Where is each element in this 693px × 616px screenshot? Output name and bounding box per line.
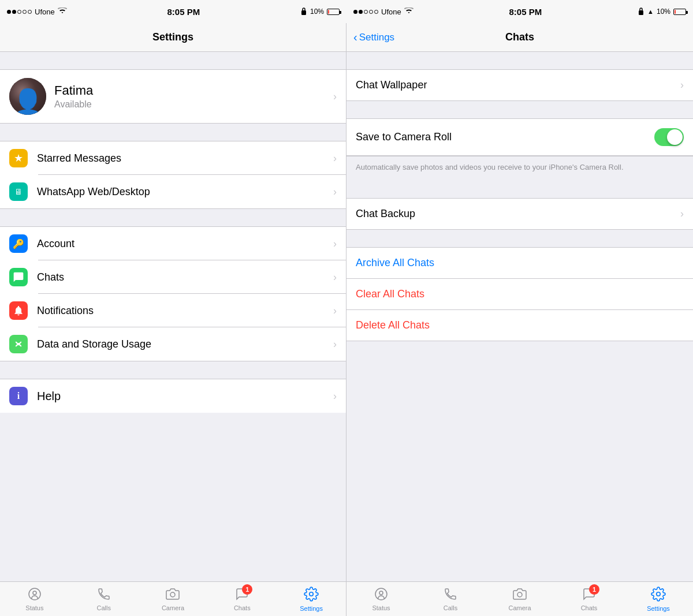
notifications-item[interactable]: Notifications ›	[0, 294, 346, 327]
svg-point-9	[657, 592, 661, 596]
status-label-right: Status	[372, 604, 390, 611]
battery-icon-right	[673, 9, 686, 15]
tab-chats-left[interactable]: 1 Chats	[207, 582, 277, 616]
signal-dots-right	[353, 10, 378, 14]
tab-camera-right[interactable]: Camera	[485, 582, 554, 616]
chats-badge-left: 1	[242, 584, 252, 595]
nav-right: ‹ Settings Chats	[346, 23, 693, 51]
web-icon: 🖥	[9, 182, 28, 201]
data-storage-chevron-icon: ›	[333, 338, 337, 350]
main-content: Fatima Available › ★ Starred Messages › …	[0, 52, 693, 581]
tab-calls-right[interactable]: Calls	[416, 582, 485, 616]
battery-group-right: ▲ 10%	[638, 7, 686, 17]
chats-badge-right: 1	[589, 584, 599, 595]
battery-group-left: 10%	[300, 7, 340, 17]
save-camera-roll-toggle[interactable]	[654, 128, 684, 146]
nav-left: Settings	[0, 23, 346, 51]
help-icon: i	[9, 387, 28, 405]
chat-wallpaper-group: Chat Wallpaper ›	[346, 69, 693, 101]
time-left: 8:05 PM	[167, 7, 200, 17]
time-right: 8:05 PM	[509, 7, 542, 17]
chats-label: Chats	[37, 271, 333, 283]
settings-tab-label-left: Settings	[300, 605, 323, 612]
signal-dots-left	[7, 10, 32, 14]
starred-chevron-icon: ›	[333, 152, 337, 165]
battery-icon-left	[327, 9, 340, 15]
battery-fill-right	[675, 10, 676, 14]
lock-icon-left	[300, 7, 307, 17]
chats-tab-label-left: Chats	[234, 604, 251, 611]
right-spacer-3	[346, 230, 693, 247]
help-item[interactable]: i Help ›	[0, 379, 346, 413]
account-item[interactable]: 🔑 Account ›	[0, 227, 346, 260]
back-label: Settings	[359, 32, 394, 43]
delete-all-chats-item[interactable]: Delete All Chats	[346, 309, 693, 341]
main-menu-group: 🔑 Account › Chats › Notifications ›	[0, 226, 346, 361]
settings-panel: Fatima Available › ★ Starred Messages › …	[0, 52, 346, 581]
chat-wallpaper-item[interactable]: Chat Wallpaper ›	[346, 70, 693, 100]
wifi-icon-left	[58, 8, 67, 16]
chat-backup-item[interactable]: Chat Backup ›	[346, 199, 693, 229]
tab-status-left[interactable]: Status	[0, 582, 69, 616]
chats-item[interactable]: Chats ›	[0, 260, 346, 294]
tab-chats-right[interactable]: 1 Chats	[554, 582, 624, 616]
notifications-icon	[9, 301, 28, 320]
tab-camera-left[interactable]: Camera	[139, 582, 208, 616]
settings-tab-label-right: Settings	[647, 605, 670, 612]
back-button[interactable]: ‹ Settings	[353, 32, 394, 43]
save-camera-roll-item[interactable]: Save to Camera Roll	[346, 119, 693, 156]
chat-backup-label: Chat Backup	[356, 208, 680, 220]
data-storage-item[interactable]: Data and Storage Usage ›	[0, 327, 346, 361]
tab-bar: Status Calls Camera 1 Chats Settings	[0, 581, 693, 616]
profile-chevron-icon: ›	[333, 91, 337, 103]
carrier-name-left: Ufone	[35, 8, 55, 16]
chat-backup-group: Chat Backup ›	[346, 198, 693, 230]
dot4r	[369, 10, 373, 14]
web-chevron-icon: ›	[333, 186, 337, 198]
dot4	[23, 10, 27, 14]
account-chevron-icon: ›	[333, 238, 337, 250]
camera-roll-group: Save to Camera Roll	[346, 118, 693, 156]
dot5r	[374, 10, 378, 14]
nav-bars: Settings ‹ Settings Chats	[0, 23, 693, 52]
chat-backup-chevron-icon: ›	[680, 208, 684, 220]
notifications-chevron-icon: ›	[333, 305, 337, 317]
data-storage-label: Data and Storage Usage	[37, 338, 333, 350]
carrier-signal-right: Ufone	[353, 8, 413, 16]
camera-icon-right	[513, 587, 527, 603]
status-bar-right: Ufone 8:05 PM ▲ 10%	[346, 0, 693, 23]
starred-messages-item[interactable]: ★ Starred Messages ›	[0, 141, 346, 175]
tab-bar-right: Status Calls Camera 1 Chats Settings	[346, 582, 693, 616]
tab-settings-right[interactable]: Settings	[624, 582, 693, 616]
svg-rect-0	[301, 10, 306, 15]
whatsapp-web-item[interactable]: 🖥 WhatsApp Web/Desktop ›	[0, 175, 346, 208]
location-icon-right: ▲	[647, 8, 654, 15]
settings-icon-right	[651, 587, 666, 604]
svg-point-4	[170, 592, 175, 597]
tab-status-right[interactable]: Status	[346, 582, 416, 616]
camera-icon-left	[166, 587, 180, 603]
chat-wallpaper-label: Chat Wallpaper	[356, 79, 680, 91]
chat-wallpaper-chevron-icon: ›	[680, 79, 684, 91]
profile-info: Fatima Available	[54, 83, 333, 110]
battery-percent-right: 10%	[657, 8, 670, 16]
top-spacer-left	[0, 52, 346, 69]
chats-chevron-icon: ›	[333, 271, 337, 283]
right-nav-title: Chats	[505, 31, 534, 43]
help-chevron-icon: ›	[333, 390, 337, 402]
chats-tab-label-right: Chats	[581, 604, 598, 611]
svg-point-8	[517, 592, 522, 597]
status-label-left: Status	[25, 604, 43, 611]
svg-rect-1	[639, 10, 643, 15]
tab-settings-left[interactable]: Settings	[277, 582, 346, 616]
lock-icon-right	[638, 7, 644, 17]
clear-all-chats-item[interactable]: Clear All Chats	[346, 278, 693, 309]
tab-calls-left[interactable]: Calls	[69, 582, 139, 616]
carrier-signal-left: Ufone	[7, 8, 67, 16]
right-spacer-1	[346, 101, 693, 118]
clear-all-label: Clear All Chats	[356, 288, 424, 300]
profile-row[interactable]: Fatima Available ›	[0, 69, 346, 124]
account-icon: 🔑	[9, 234, 28, 253]
camera-roll-description: Automatically save photos and videos you…	[346, 156, 693, 181]
archive-all-chats-item[interactable]: Archive All Chats	[346, 247, 693, 278]
